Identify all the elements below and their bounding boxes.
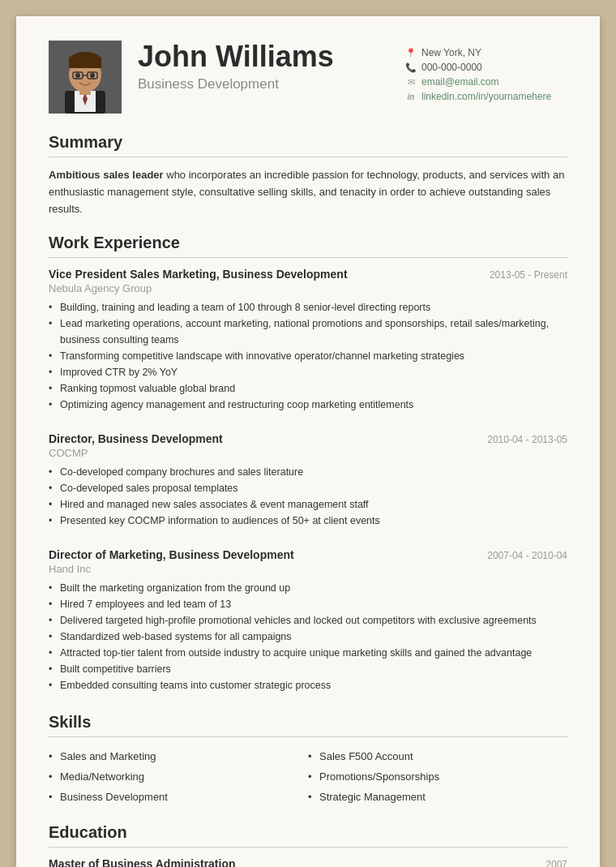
job-3: Director of Marketing, Business Developm… [49, 548, 567, 693]
skill-item: Promotions/Sponsorships [308, 767, 567, 788]
skills-col-1: Sales and Marketing Media/Networking Bus… [49, 747, 308, 807]
work-experience-section: Work Experience Vice President Sales Mar… [49, 234, 567, 693]
list-item: Embedded consulting teams into customer … [49, 677, 567, 693]
linkedin-link[interactable]: linkedin.com/in/yournamehere [421, 91, 551, 102]
list-item: Optimizing agency management and restruc… [49, 397, 567, 413]
job-2: Director, Business Development 2010-04 -… [49, 432, 567, 529]
job-3-title: Director of Marketing, Business Developm… [49, 548, 294, 561]
list-item: Hired 7 employees and led team of 13 [49, 596, 567, 612]
skill-item: Business Development [49, 788, 308, 808]
list-item: Co-developed sales proposal templates [49, 480, 567, 496]
summary-bold: Ambitious sales leader [49, 169, 164, 181]
list-item: Ranking topmost valuable global brand [49, 380, 567, 397]
skills-section: Skills Sales and Marketing Media/Network… [49, 713, 567, 807]
job-2-dates: 2010-04 - 2013-05 [487, 434, 567, 445]
list-item: Attracted top-tier talent from outside i… [49, 645, 567, 661]
candidate-title: Business Development [138, 76, 389, 92]
job-2-company: COCMP [49, 447, 567, 459]
skill-item: Media/Networking [49, 767, 308, 788]
list-item: Presented key COCMP information to audie… [49, 513, 567, 529]
job-1-bullets: Building, training and leading a team of… [49, 299, 567, 413]
skill-item: Sales F500 Account [308, 747, 567, 767]
avatar [49, 41, 122, 114]
phone-icon: 📞 [405, 62, 417, 73]
work-experience-title: Work Experience [49, 234, 567, 258]
job-3-header: Director of Marketing, Business Developm… [49, 548, 567, 561]
education-section: Education Master of Business Administrat… [49, 823, 567, 867]
location-icon: 📍 [405, 48, 417, 58]
list-item: Co-developed company brochures and sales… [49, 464, 567, 480]
header-section: John Williams Business Development 📍 New… [49, 41, 567, 114]
resume-document: John Williams Business Development 📍 New… [16, 16, 600, 867]
job-2-bullets: Co-developed company brochures and sales… [49, 464, 567, 529]
skill-item: Sales and Marketing [49, 747, 308, 767]
skills-grid: Sales and Marketing Media/Networking Bus… [49, 747, 567, 807]
job-2-title: Director, Business Development [49, 432, 223, 445]
list-item: Hired and managed new sales associates &… [49, 496, 567, 513]
contact-phone: 📞 000-000-0000 [405, 62, 567, 73]
candidate-name: John Williams [138, 41, 389, 73]
list-item: Improved CTR by 2% YoY [49, 364, 567, 380]
header-name-block: John Williams Business Development [138, 41, 389, 92]
job-1-header: Vice President Sales Marketing, Business… [49, 268, 567, 281]
list-item: Delivered targeted high-profile promotio… [49, 612, 567, 629]
job-3-dates: 2007-04 - 2010-04 [487, 550, 567, 561]
job-1-company: Nebula Agency Group [49, 282, 567, 294]
contact-linkedin[interactable]: in linkedin.com/in/yournamehere [405, 91, 567, 102]
svg-rect-7 [69, 57, 101, 68]
job-1-dates: 2013-05 - Present [490, 269, 567, 281]
edu-degree: Master of Business Administration [49, 857, 236, 867]
job-1-title: Vice President Sales Marketing, Business… [49, 268, 348, 281]
edu-year: 2007 [545, 859, 567, 867]
contact-location: 📍 New York, NY [405, 47, 567, 58]
svg-point-11 [75, 73, 80, 78]
list-item: Built the marketing organization from th… [49, 580, 567, 596]
summary-title: Summary [49, 133, 567, 157]
job-3-bullets: Built the marketing organization from th… [49, 580, 567, 693]
skills-col-2: Sales F500 Account Promotions/Sponsorshi… [308, 747, 567, 807]
list-item: Standardized web-based systems for all c… [49, 629, 567, 645]
list-item: Built competitive barriers [49, 661, 567, 677]
job-2-header: Director, Business Development 2010-04 -… [49, 432, 567, 445]
skills-title: Skills [49, 713, 567, 737]
list-item: Lead marketing operations, account marke… [49, 315, 567, 348]
contact-email[interactable]: ✉ email@email.com [405, 76, 567, 88]
list-item: Transforming competitive landscape with … [49, 348, 567, 364]
list-item: Building, training and leading a team of… [49, 299, 567, 315]
linkedin-icon: in [405, 92, 417, 101]
summary-text: Ambitious sales leader who incorporates … [49, 167, 567, 217]
email-icon: ✉ [405, 77, 417, 88]
summary-section: Summary Ambitious sales leader who incor… [49, 133, 567, 217]
contact-block: 📍 New York, NY 📞 000-000-0000 ✉ email@em… [405, 41, 567, 102]
edu-item-header: Master of Business Administration 2007 [49, 857, 567, 867]
job-1: Vice President Sales Marketing, Business… [49, 268, 567, 413]
skill-item: Strategic Management [308, 788, 567, 808]
email-link[interactable]: email@email.com [421, 76, 499, 88]
job-3-company: Hand Inc [49, 563, 567, 575]
svg-point-12 [90, 73, 95, 78]
education-title: Education [49, 823, 567, 848]
